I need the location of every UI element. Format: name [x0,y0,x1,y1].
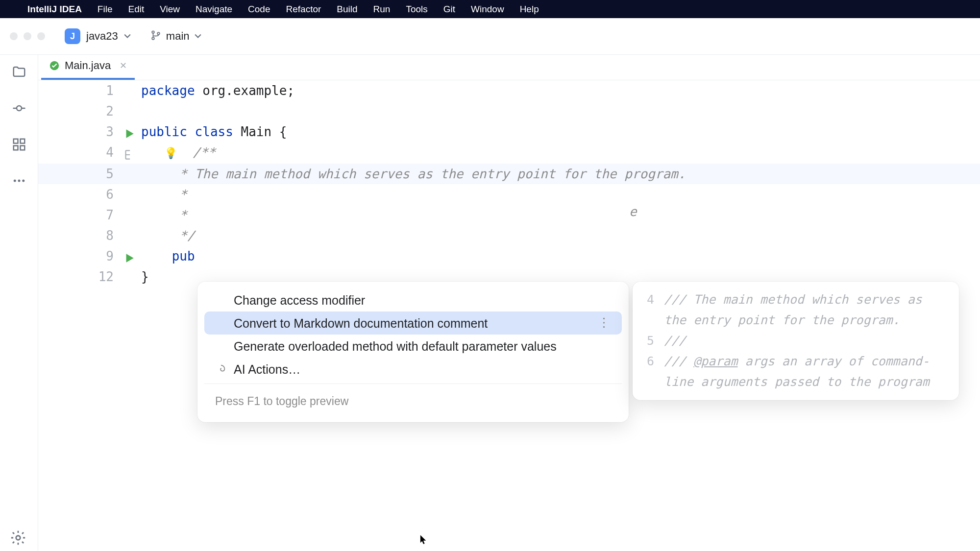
window-zoom-button[interactable] [37,32,45,40]
fold-gutter-icon[interactable] [122,146,135,159]
more-options-icon[interactable]: ⋯ [594,316,614,330]
menu-refactor[interactable]: Refactor [286,4,321,15]
window-close-button[interactable] [10,32,18,40]
menu-code[interactable]: Code [248,4,270,15]
code-text: pub [172,249,195,264]
menu-view[interactable]: View [160,4,180,15]
intention-actions-popup: Change access modifier Convert to Markdo… [197,282,629,422]
intention-item-label: Change access modifier [234,290,365,311]
preview-line-text: /// @param args an array of command-line… [664,351,950,392]
preview-line-text: /// [664,331,950,351]
menu-help[interactable]: Help [520,4,539,15]
run-gutter-icon[interactable] [122,250,135,263]
git-branch-name: main [166,30,190,43]
preview-line: 4 /// The main method which serves as th… [641,289,950,331]
preview-line: 5 /// [641,331,950,351]
more-tool-icon[interactable] [11,172,27,189]
gutter-line-number: 8 [38,225,141,246]
comment: * The main method which serves as the en… [172,167,686,181]
comment: /** [193,145,216,160]
comment: * [172,208,187,222]
editor-tabs: Main.java ✕ [38,55,980,80]
intention-item-label: Convert to Markdown documentation commen… [234,313,488,334]
svg-point-11 [16,536,21,540]
gutter-line-number: 1 [38,80,141,101]
run-gutter-icon[interactable] [122,125,135,138]
preview-line-number: 5 [641,331,654,351]
code-text: Main { [241,124,287,139]
intention-item-ai-actions[interactable]: AI Actions… [204,358,622,381]
menu-build[interactable]: Build [337,4,357,15]
popup-footer-hint: Press F1 to toggle preview [204,383,622,420]
svg-rect-7 [20,146,24,150]
intention-item-label: Generate overloaded method with default … [234,336,557,357]
editor-zone: Main.java ✕ 1 package org.example; 2 3 [38,55,980,551]
mac-menubar: IntelliJ IDEA File Edit View Navigate Co… [0,0,980,18]
keyword: class [195,124,233,139]
comment: * [172,187,187,202]
gutter-line-number: 2 [38,101,141,121]
chevron-down-icon [124,32,131,40]
traffic-lights [10,32,45,40]
svg-point-3 [17,106,22,111]
intention-item-generate-overloaded[interactable]: Generate overloaded method with default … [204,335,622,358]
svg-point-10 [22,180,24,182]
ai-swirl-icon [215,364,227,375]
gutter-line-number: 4 [38,142,141,164]
gutter-line-number: 5 [38,164,141,184]
gutter-line-number: 12 [38,266,141,287]
java-class-icon [49,60,60,71]
mouse-cursor-icon [420,531,427,551]
intention-item-label: AI Actions… [234,359,300,380]
svg-point-0 [152,31,154,33]
preview-line-text: /// The main method which serves as the … [664,289,950,331]
project-tool-icon[interactable] [11,64,27,80]
preview-line-number: 4 [641,289,654,331]
code-text-bg: e [629,201,637,222]
gutter-line-number: 3 [38,121,141,142]
doc-param-tag: @param [693,354,737,368]
svg-point-9 [18,180,20,182]
git-branch-selector[interactable]: main [150,30,201,43]
project-name: java23 [86,30,118,43]
structure-tool-icon[interactable] [11,136,27,153]
menu-run[interactable]: Run [373,4,391,15]
svg-point-1 [152,37,154,40]
intention-bulb-icon[interactable]: 💡 [164,147,177,159]
intention-preview-panel: 4 /// The main method which serves as th… [633,282,959,400]
project-selector[interactable]: J java23 [57,24,139,48]
git-branch-icon [150,30,161,43]
keyword: public [141,124,187,139]
editor-tab[interactable]: Main.java ✕ [41,53,135,80]
comment: */ [172,228,195,243]
svg-rect-4 [13,139,18,144]
gutter-line-number: 6 [38,184,141,205]
svg-point-2 [157,32,160,35]
window-minimize-button[interactable] [24,32,31,40]
tab-filename: Main.java [65,59,111,72]
menu-tools[interactable]: Tools [406,4,427,15]
svg-rect-6 [13,146,18,150]
menu-git[interactable]: Git [443,4,455,15]
menubar-app-name[interactable]: IntelliJ IDEA [27,4,82,15]
workspace: Main.java ✕ 1 package org.example; 2 3 [0,55,980,551]
svg-rect-5 [20,139,24,144]
svg-point-8 [13,180,16,182]
chevron-down-icon [195,32,201,40]
close-icon[interactable]: ✕ [120,60,127,71]
menu-window[interactable]: Window [471,4,504,15]
gutter-line-number: 9 [38,246,141,266]
commit-tool-icon[interactable] [11,100,27,117]
tool-window-bar [0,55,38,551]
menu-file[interactable]: File [98,4,113,15]
settings-gear-icon[interactable] [10,529,26,548]
intention-item-change-access[interactable]: Change access modifier [204,288,622,311]
menu-edit[interactable]: Edit [128,4,144,15]
project-icon: J [65,28,80,44]
code-editor[interactable]: 1 package org.example; 2 3 public class … [38,80,980,551]
intention-item-convert-markdown[interactable]: Convert to Markdown documentation commen… [204,311,622,335]
menu-navigate[interactable]: Navigate [196,4,232,15]
code-text: } [141,269,149,284]
preview-line-number: 6 [641,351,654,392]
preview-line: 6 /// @param args an array of command-li… [641,351,950,392]
